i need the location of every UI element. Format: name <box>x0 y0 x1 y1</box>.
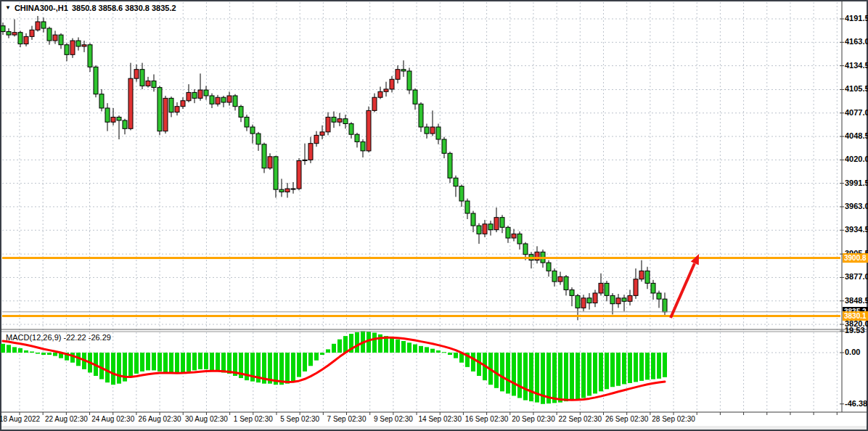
candle-bearish <box>506 227 510 238</box>
macd-histogram-bar <box>616 353 621 386</box>
candle-bearish <box>140 70 144 86</box>
candle-bearish <box>94 67 98 94</box>
candle-bearish <box>401 70 406 71</box>
candle-bullish <box>187 92 191 100</box>
chart-window: ▼ CHINA300-,H1 3850.8 3858.6 3830.8 3835… <box>0 0 868 431</box>
candle-bullish <box>291 189 295 189</box>
macd-histogram-bar <box>657 353 661 379</box>
candle-bullish <box>367 110 371 151</box>
macd-histogram-bar <box>1 344 5 353</box>
candle-bullish <box>297 160 301 189</box>
macd-histogram-bar <box>291 353 295 382</box>
candle-bullish <box>181 101 185 107</box>
macd-histogram-bar <box>593 353 597 393</box>
candle-bullish <box>320 132 324 136</box>
macd-histogram-bar <box>7 345 11 353</box>
macd-histogram-bar <box>12 347 17 353</box>
candle-bullish <box>593 293 597 303</box>
chart-canvas[interactable] <box>0 0 868 431</box>
candle-bearish <box>570 290 574 295</box>
candle-bearish <box>233 96 237 107</box>
candle-bullish <box>494 218 499 230</box>
macd-histogram-bar <box>128 353 133 377</box>
candle-bearish <box>152 81 156 88</box>
macd-histogram-bar <box>558 353 562 403</box>
macd-histogram-bar <box>576 353 580 399</box>
macd-histogram-bar <box>605 353 609 389</box>
price-axis-label: 3877.0 <box>845 272 868 282</box>
candle-bullish <box>146 81 150 86</box>
macd-histogram-bar <box>651 353 655 379</box>
candle-bullish <box>111 117 115 122</box>
macd-histogram-bar <box>24 350 28 353</box>
candle-bullish <box>12 33 17 35</box>
macd-histogram-bar <box>343 336 348 353</box>
candle-bearish <box>413 90 417 104</box>
candle-bullish <box>163 98 168 131</box>
price-badge-support: 3830.1 <box>843 311 868 321</box>
collapse-chart-icon[interactable]: ▼ <box>5 5 11 11</box>
candle-bullish <box>285 189 290 192</box>
candle-bullish <box>198 90 202 98</box>
macd-histogram-bar <box>645 353 650 379</box>
candle-bearish <box>552 271 557 282</box>
time-axis-label: 18 Aug 2022 <box>0 415 40 423</box>
macd-indicator-label: MACD(12,26,9) -22.22 -26.29 <box>6 333 111 342</box>
candle-bearish <box>239 107 243 118</box>
candle-bearish <box>605 283 609 295</box>
candle-bullish <box>581 298 586 308</box>
candle-bullish <box>128 78 133 128</box>
candle-bearish <box>436 127 441 139</box>
macd-histogram-bar <box>30 351 34 353</box>
candle-bearish <box>419 104 423 127</box>
macd-histogram-bar <box>297 353 301 377</box>
candle-bullish <box>616 298 621 304</box>
candle-bearish <box>221 97 226 102</box>
candle-bearish <box>117 117 121 120</box>
macd-histogram-bar <box>53 353 57 356</box>
macd-histogram-bar <box>169 353 173 374</box>
candle-bullish <box>483 224 487 234</box>
macd-histogram-bar <box>303 353 307 372</box>
candle-bullish <box>628 295 632 301</box>
time-axis-label: 1 Sep 02:30 <box>234 415 273 423</box>
candle-bullish <box>227 96 232 102</box>
candle-bullish <box>639 271 644 279</box>
candle-bearish <box>65 45 69 55</box>
candle-bullish <box>30 30 34 36</box>
macd-histogram-bar <box>372 333 377 353</box>
macd-histogram-bar <box>152 353 156 370</box>
macd-histogram-bar <box>413 345 417 353</box>
candle-bearish <box>546 263 551 271</box>
trend-arrow-shaft[interactable] <box>671 263 695 318</box>
macd-axis-label: -46.38 <box>845 399 867 409</box>
trend-arrow-head[interactable] <box>691 254 699 265</box>
candle-bullish <box>82 45 86 46</box>
macd-histogram-bar <box>610 353 615 387</box>
time-axis-label: 24 Aug 02:30 <box>91 415 134 423</box>
macd-histogram-bar <box>320 353 324 355</box>
candle-bullish <box>36 22 40 30</box>
macd-histogram-bar <box>564 353 568 401</box>
candle-bearish <box>361 141 365 150</box>
macd-histogram-bar <box>390 337 394 353</box>
macd-histogram-bar <box>117 353 121 384</box>
macd-histogram-bar <box>494 353 499 388</box>
macd-histogram-bar <box>396 340 400 353</box>
macd-histogram-bar <box>419 346 423 353</box>
time-axis-label: 16 Sep 02:30 <box>465 415 509 423</box>
macd-histogram-bar <box>134 353 139 374</box>
candle-bearish <box>425 127 429 134</box>
macd-histogram-bar <box>622 353 626 384</box>
macd-histogram-bar <box>663 353 667 377</box>
time-axis-label: 14 Sep 02:30 <box>418 415 462 423</box>
candle-bearish <box>157 88 162 131</box>
candle-bearish <box>663 299 667 312</box>
macd-histogram-bar <box>512 353 516 395</box>
time-axis-label: 26 Aug 02:30 <box>139 415 181 423</box>
time-axis-label: 26 Sep 02:30 <box>605 415 649 423</box>
candle-bullish <box>430 127 435 134</box>
price-axis-label: 4134.5 <box>845 61 868 70</box>
candle-bullish <box>599 283 603 293</box>
candle-bullish <box>396 70 400 80</box>
